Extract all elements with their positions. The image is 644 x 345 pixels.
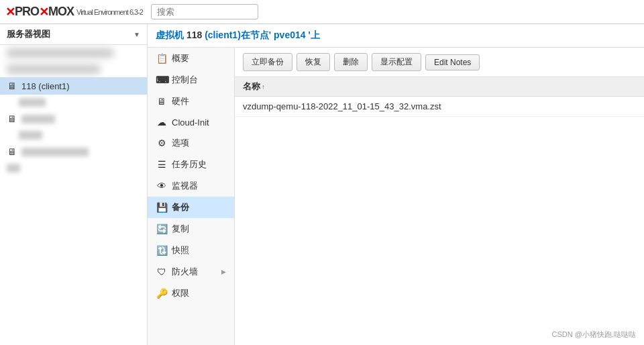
- nav-label: 权限: [172, 287, 189, 299]
- sidebar-arrow: ▼: [133, 31, 140, 38]
- permissions-icon: 🔑: [156, 288, 168, 299]
- sidebar: 服务器视图 ▼ 🖥 118 (client1) 🖥 🖥: [0, 24, 148, 345]
- logo-icon: ✕: [5, 5, 15, 19]
- nav-label: 控制台: [172, 74, 198, 86]
- backup-filename: vzdump-qemu-118-2022_11_01-15_43_32.vma.…: [243, 101, 441, 111]
- sidebar-header: 服务器视图 ▼: [0, 24, 147, 45]
- nav-item-replication[interactable]: 🔄 复制: [148, 218, 234, 240]
- table-body: vzdump-qemu-118-2022_11_01-15_43_32.vma.…: [235, 97, 644, 345]
- header-node: pve014: [274, 30, 305, 40]
- nav-item-permissions[interactable]: 🔑 权限: [148, 283, 234, 304]
- snapshot-icon: 🔃: [156, 245, 168, 256]
- sidebar-item-118[interactable]: 🖥 118 (client1): [0, 77, 147, 95]
- list-item[interactable]: [0, 160, 147, 176]
- list-item[interactable]: [0, 61, 147, 77]
- nav-label: 硬件: [172, 95, 189, 107]
- watermark: CSDN @小猪快跑.哒哒哒: [552, 330, 636, 340]
- right-panel: 立即备份 恢复 删除 显示配置 Edit Notes 名称 ↑ vzdump-q…: [235, 48, 644, 345]
- nav-item-options[interactable]: ⚙ 选项: [148, 132, 234, 154]
- options-icon: ⚙: [156, 138, 168, 148]
- content-header: 虚拟机 118 (client1)在节点' pve014 '上: [148, 24, 644, 48]
- list-item[interactable]: [0, 95, 147, 110]
- list-item[interactable]: [0, 45, 147, 61]
- vm-icon: 🖥: [7, 113, 17, 124]
- hardware-icon: 🖥: [156, 96, 168, 107]
- nav-item-cloudinit[interactable]: ☁ Cloud-Init: [148, 112, 234, 132]
- main-layout: 服务器视图 ▼ 🖥 118 (client1) 🖥 🖥: [0, 24, 644, 345]
- list-item[interactable]: 🖥: [0, 110, 147, 128]
- nav-label: Cloud-Init: [172, 117, 209, 128]
- nav-label: 选项: [172, 137, 189, 149]
- cloud-icon: ☁: [156, 117, 168, 128]
- nav-item-backup[interactable]: 💾 备份: [148, 197, 234, 218]
- topbar: ✕ PRO ✕ MOX Virtual Environment 6.3-2: [0, 0, 644, 24]
- task-icon: ☰: [156, 159, 168, 170]
- summary-icon: 📋: [156, 53, 168, 64]
- logo-text: PRO: [15, 5, 39, 19]
- nav-label: 快照: [172, 244, 189, 256]
- nav-item-summary[interactable]: 📋 概要: [148, 48, 234, 69]
- nav-item-snapshots[interactable]: 🔃 快照: [148, 240, 234, 261]
- vm-icon: 🖥: [7, 146, 17, 157]
- monitor-icon: 👁: [156, 181, 168, 191]
- nav-item-hardware[interactable]: 🖥 硬件: [148, 91, 234, 112]
- table-row[interactable]: vzdump-qemu-118-2022_11_01-15_43_32.vma.…: [235, 97, 644, 117]
- vm-icon: 🖥: [7, 81, 17, 91]
- header-suffix: '上: [308, 30, 319, 40]
- delete-button[interactable]: 删除: [334, 53, 368, 71]
- nav-label: 监视器: [172, 180, 198, 192]
- replication-icon: 🔄: [156, 224, 168, 234]
- edit-notes-button[interactable]: Edit Notes: [425, 54, 480, 70]
- nav-label: 备份: [172, 201, 189, 213]
- toolbar: 立即备份 恢复 删除 显示配置 Edit Notes: [235, 48, 644, 77]
- show-config-button[interactable]: 显示配置: [372, 53, 421, 71]
- sidebar-item-label: 118 (client1): [21, 81, 70, 91]
- list-item[interactable]: 🖥: [0, 143, 147, 160]
- nav-item-console[interactable]: ⌨ 控制台: [148, 69, 234, 91]
- nav-item-taskhistory[interactable]: ☰ 任务历史: [148, 154, 234, 175]
- table-header: 名称 ↑: [235, 77, 644, 97]
- sidebar-title: 服务器视图: [7, 28, 50, 40]
- header-prefix: 虚拟机: [156, 30, 184, 40]
- nav-label: 任务历史: [172, 158, 207, 170]
- backup-icon: 💾: [156, 202, 168, 213]
- content-body: 📋 概要 ⌨ 控制台 🖥 硬件 ☁ Cloud-Init ⚙ 选项: [148, 48, 644, 345]
- sort-arrow: ↑: [262, 83, 265, 91]
- search-input[interactable]: [151, 4, 258, 19]
- header-vmid: 118: [186, 30, 202, 40]
- nav-item-monitor[interactable]: 👁 监视器: [148, 175, 234, 197]
- column-name: 名称: [243, 81, 260, 93]
- left-nav: 📋 概要 ⌨ 控制台 🖥 硬件 ☁ Cloud-Init ⚙ 选项: [148, 48, 235, 345]
- nav-label: 复制: [172, 223, 189, 235]
- logo-mox: MOX: [48, 5, 74, 19]
- nav-item-firewall[interactable]: 🛡 防火墙: [148, 261, 234, 283]
- logo-version: Virtual Environment 6.3-2: [76, 8, 143, 16]
- list-item[interactable]: [0, 128, 147, 143]
- logo-x2: ✕: [39, 5, 48, 19]
- logo: ✕ PRO ✕ MOX Virtual Environment 6.3-2: [5, 5, 143, 19]
- firewall-icon: 🛡: [156, 266, 168, 277]
- nav-label: 概要: [172, 52, 189, 64]
- console-icon: ⌨: [156, 75, 168, 85]
- header-mid: (client1)在节点': [205, 30, 271, 40]
- restore-button[interactable]: 恢复: [297, 53, 330, 71]
- content-area: 虚拟机 118 (client1)在节点' pve014 '上 📋 概要 ⌨ 控…: [148, 24, 644, 345]
- backup-now-button[interactable]: 立即备份: [243, 53, 292, 71]
- nav-label: 防火墙: [172, 266, 198, 278]
